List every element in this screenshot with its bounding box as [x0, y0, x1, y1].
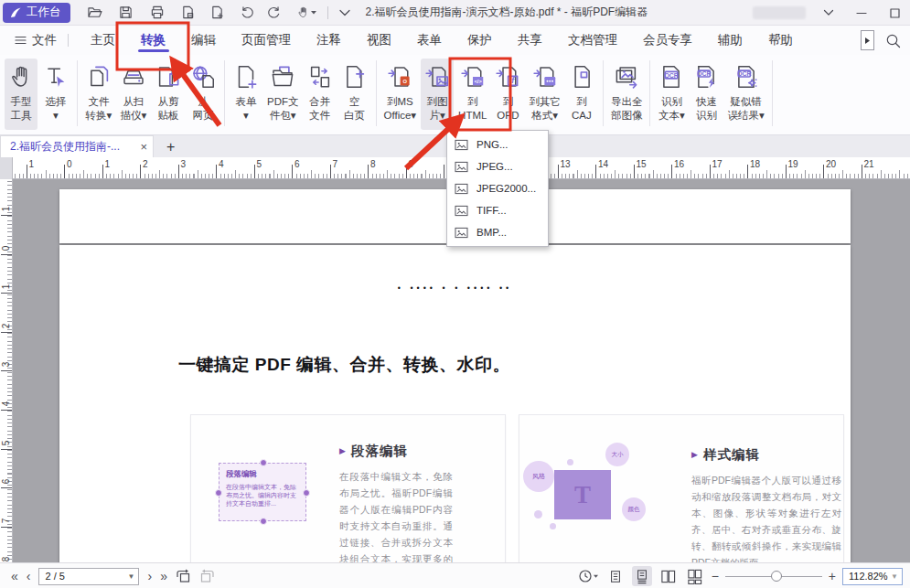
ribbon-button-to-ofd[interactable]: f到OFD — [491, 59, 524, 130]
menu-tab-0[interactable]: 主页 — [91, 26, 115, 55]
ribbon-button-from-scanner[interactable]: 从扫描仪▾ — [117, 59, 150, 130]
zoom-out-button[interactable]: − — [712, 570, 719, 583]
page-indicator: 2 / 5 — [45, 571, 64, 582]
ocr-text-icon: OCR — [658, 60, 685, 93]
redo-button[interactable] — [262, 3, 286, 23]
ribbon-button-to-other-format[interactable]: 到其它格式▾ — [526, 59, 563, 130]
menu-file[interactable]: 文件 — [15, 32, 57, 48]
save-as-button[interactable] — [177, 3, 200, 23]
ruler-number: 15 — [637, 159, 647, 169]
from-clipboard-icon — [155, 60, 182, 93]
ribbon-button-to-image[interactable]: 到图片▾ — [421, 59, 454, 130]
ruler-tick — [1, 370, 12, 371]
hand-tool-quick-button[interactable] — [292, 3, 323, 23]
ribbon-button-combine-files[interactable]: 合并文件 — [304, 59, 337, 130]
menu-tab-12[interactable]: 帮助 — [768, 26, 793, 55]
single-page-view-button[interactable] — [605, 566, 626, 586]
slider-handle[interactable] — [771, 571, 782, 582]
zoom-slider[interactable] — [725, 570, 822, 583]
dropdown-item-png[interactable]: PNG... — [447, 134, 548, 155]
paragraph-edit-diagram: 段落编辑 在段落中编辑文本，免除布局之忧。编辑内容时支持文本自动重排... — [219, 463, 306, 521]
ribbon-button-ocr-text[interactable]: OCR识别文本▾ — [655, 59, 688, 130]
facing-continuous-view-button[interactable] — [685, 566, 705, 586]
collapse-toolbar-button[interactable] — [333, 3, 357, 23]
first-page-button[interactable]: « — [11, 570, 18, 583]
dropdown-item-jpeg[interactable]: JPEG... — [447, 155, 548, 177]
page-number-box[interactable]: 2 / 5 ▼ — [38, 568, 139, 585]
menu-tab-3[interactable]: 页面管理 — [241, 26, 291, 55]
page-plus-icon — [210, 5, 224, 19]
previous-page-button[interactable]: ‹ — [27, 570, 31, 583]
previous-view-button[interactable] — [176, 569, 191, 583]
ruler-tick — [747, 165, 748, 178]
open-file-button[interactable] — [83, 3, 107, 23]
ribbon-button-to-ms-office[interactable]: O到MSOffice▾ — [381, 59, 420, 130]
ruler-number: 2 — [1, 320, 11, 331]
ruler-tick — [823, 165, 824, 178]
ribbon-button-from-web[interactable]: 从网页 — [187, 59, 219, 130]
save-button[interactable] — [114, 3, 138, 23]
menu-tab-1[interactable]: 转换 — [141, 26, 166, 55]
ribbon-button-blank-page[interactable]: 空白页 — [338, 59, 371, 130]
ribbon-button-from-clipboard[interactable]: 从剪贴板 — [152, 59, 185, 130]
ribbon-more-button[interactable] — [861, 30, 874, 50]
ribbon-button-file-convert[interactable]: 文件转换▾ — [82, 59, 115, 130]
menu-tab-11[interactable]: 辅助 — [718, 26, 743, 55]
ribbon-button-label: 件包▾ — [270, 109, 296, 123]
ruler-number: 20 — [826, 159, 836, 169]
ribbon-button-label: 文件 — [89, 95, 110, 109]
menu-tab-10[interactable]: 会员专享 — [643, 26, 692, 55]
next-page-button[interactable]: › — [147, 570, 152, 583]
dropdown-item-bmp[interactable]: BMP... — [447, 221, 548, 243]
ribbon-button-form[interactable]: 表单▾ — [230, 59, 262, 130]
menu-tab-8[interactable]: 共享 — [518, 26, 542, 55]
image-file-icon — [455, 161, 468, 173]
ribbon-button-quick-ocr[interactable]: OCR快速识别 — [690, 59, 723, 130]
titlebar-chevron-button[interactable] — [819, 3, 839, 23]
workspace-button[interactable]: 工作台 — [3, 3, 70, 23]
menu-tab-2[interactable]: 编辑 — [191, 26, 216, 55]
menu-tab-7[interactable]: 保护 — [467, 26, 492, 55]
ribbon-button-label: OFD — [497, 109, 519, 123]
menu-tab-6[interactable]: 表单 — [417, 26, 442, 55]
ribbon-button-label: 选择 — [46, 95, 67, 109]
facing-view-button[interactable] — [658, 566, 679, 586]
menu-tab-4[interactable]: 注释 — [316, 26, 341, 55]
document-tab-active[interactable]: 2.福昕会员使用指南-... × — [0, 135, 154, 157]
ruler-tick — [1, 410, 12, 411]
ribbon-button-select[interactable]: 选择▾ — [39, 59, 72, 130]
dropdown-item-jpeg2000[interactable]: JPEG2000... — [447, 177, 548, 199]
tab-close-button[interactable]: × — [140, 140, 147, 154]
ribbon-button-label: 描仪▾ — [121, 109, 147, 123]
new-tab-button[interactable]: + — [166, 139, 175, 157]
auto-scroll-button[interactable] — [578, 569, 599, 583]
ribbon-button-label: 表单 — [236, 95, 257, 109]
menu-tab-9[interactable]: 文档管理 — [568, 26, 617, 55]
new-document-button[interactable] — [206, 3, 230, 23]
ribbon-button-hand-tool[interactable]: 手型工具 — [5, 59, 37, 130]
ribbon-button-ocr-suspect-results[interactable]: OCR疑似错误结果▾ — [724, 59, 766, 130]
last-page-button[interactable]: » — [160, 570, 167, 583]
menu-tab-5[interactable]: 视图 — [367, 26, 391, 55]
ribbon-button-label: 到 — [576, 95, 587, 109]
watermark-smudge — [753, 6, 806, 19]
print-button[interactable] — [145, 3, 169, 23]
ribbon-button-export-all-images[interactable]: 导出全部图像 — [608, 59, 646, 130]
search-button[interactable] — [885, 33, 901, 48]
ruler-number: 16 — [674, 159, 684, 169]
ribbon-button-pdf-portfolio[interactable]: PDF文件包▾ — [264, 59, 302, 130]
ribbon-button-to-html[interactable]: </>到HTML — [455, 59, 489, 130]
zoom-in-button[interactable]: + — [829, 570, 836, 583]
ruler-number: 9 — [409, 159, 414, 169]
caret-down-icon: ▼ — [891, 572, 898, 581]
undo-button[interactable] — [235, 3, 259, 23]
next-view-button[interactable] — [199, 569, 215, 583]
dropdown-item-tiff[interactable]: TIFF... — [447, 199, 548, 221]
maximize-button[interactable] — [884, 3, 905, 23]
minimize-button[interactable] — [851, 3, 872, 23]
zoom-level-box[interactable]: 112.82% ▼ — [842, 568, 903, 585]
card-title: ▶段落编辑 — [339, 443, 408, 460]
ribbon-button-to-caj[interactable]: 到CAJ — [565, 59, 598, 130]
ruler-tick — [1, 449, 12, 450]
continuous-view-button[interactable] — [632, 566, 652, 586]
